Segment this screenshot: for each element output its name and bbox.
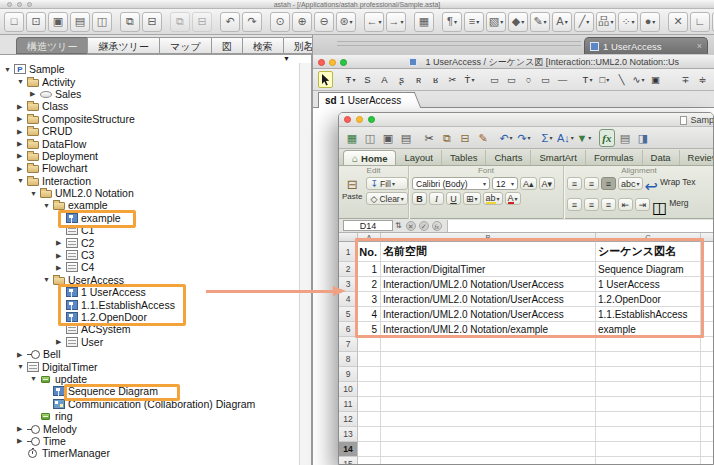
cell-B1[interactable]: 名前空間 (381, 242, 596, 262)
tree-item-dataflow[interactable]: ▶DataFlow (0, 137, 299, 149)
align-middle-button[interactable]: ≡ (584, 177, 599, 190)
fill-color-button[interactable]: ◆▾ (508, 12, 528, 32)
row-header-3[interactable]: 3 (339, 277, 358, 292)
align-top-button[interactable]: ≡ (567, 177, 582, 190)
row-header-11[interactable]: 11 (339, 397, 358, 412)
tree-item-crud[interactable]: ▶CRUD (0, 125, 299, 137)
cell-D3[interactable] (701, 277, 714, 292)
tab-item[interactable]: マップ (159, 37, 211, 54)
cell-C7[interactable] (596, 337, 701, 352)
sort-button[interactable]: A↓▾ (557, 129, 574, 147)
align-right-button[interactable]: ≡ (601, 198, 616, 211)
disclosure-icon[interactable]: ▶ (17, 436, 26, 445)
row-header-2[interactable]: 2 (339, 262, 358, 277)
tab-item[interactable]: 継承ツリー (87, 37, 158, 54)
curve-tool[interactable]: ∿▾ (631, 71, 646, 88)
cell-D8[interactable] (701, 352, 714, 367)
tree-item-example[interactable]: example (0, 212, 299, 224)
line-color-button[interactable]: ✎▾ (530, 12, 550, 32)
cell-D7[interactable] (701, 337, 714, 352)
cell-B3[interactable]: Interaction/UML2.0 Notation/UserAccess (381, 277, 596, 292)
font-color-button[interactable]: A▾ (552, 12, 572, 32)
line-tool[interactable]: — (555, 71, 570, 88)
oval-tool[interactable]: ○ (521, 71, 536, 88)
cell-C8[interactable] (596, 352, 701, 367)
cell-B14[interactable] (381, 442, 596, 457)
tree-sort-dropdown-icon[interactable]: ▼ (283, 55, 290, 63)
row-header-8[interactable]: 8 (339, 352, 358, 367)
row-header-7[interactable]: 7 (339, 337, 358, 352)
tree-item-bell[interactable]: ▶Bell (0, 348, 299, 360)
merge-button[interactable]: Merg (669, 198, 688, 217)
cell-A15[interactable] (358, 457, 381, 465)
paste-button[interactable]: ⊟ (457, 129, 473, 147)
cell-C12[interactable] (596, 412, 701, 427)
tab-item[interactable]: 構造ツリー (16, 37, 87, 54)
insert-function-icon[interactable]: fx (432, 221, 442, 231)
tree-item-1-useraccess[interactable]: 1 UserAccess (0, 286, 299, 298)
editor-close-icon[interactable] (318, 59, 325, 66)
name-box[interactable]: D14 (343, 220, 393, 231)
font-color-button[interactable]: A ▾ (505, 192, 521, 205)
tree-item-sales[interactable]: ▶Sales (0, 88, 299, 100)
ribbon-tab-home[interactable]: ⌂Home (343, 150, 396, 165)
excel-close-icon[interactable] (344, 116, 351, 123)
redo-button[interactable]: ↷ (242, 12, 262, 32)
tree-item-interaction[interactable]: ▼Interaction (0, 175, 299, 187)
cell-C15[interactable] (596, 457, 701, 465)
excel-minimize-icon[interactable] (356, 116, 363, 123)
tree-item-flowchart[interactable]: ▶Flowchart (0, 162, 299, 174)
fill-button[interactable]: ↧ Fill ▾ (366, 177, 407, 190)
ribbon-tab-review[interactable]: Review (680, 150, 714, 165)
cell-B5[interactable]: Interaction/UML2.0 Notation/UserAccess (381, 307, 596, 322)
cell-A4[interactable]: 3 (358, 292, 381, 307)
cell-C9[interactable] (596, 367, 701, 382)
disclosure-icon[interactable]: ▶ (17, 164, 26, 173)
borders-button[interactable]: ⊞ ▾ (463, 192, 481, 205)
duration-tool[interactable]: Ṫ▾ (462, 71, 477, 88)
tree-item-example[interactable]: ▼example (0, 199, 299, 211)
row-header-9[interactable]: 9 (339, 367, 358, 382)
ribbon-tab-formulas[interactable]: Formulas (586, 150, 643, 165)
cell-B12[interactable] (381, 412, 596, 427)
disclosure-icon[interactable]: ▼ (17, 77, 26, 86)
disclosure-icon[interactable]: ▼ (17, 362, 26, 371)
diagram-tab[interactable]: 1 UserAccess × (584, 37, 708, 54)
cell-D11[interactable] (701, 397, 714, 412)
disclosure-icon[interactable]: ▶ (17, 127, 26, 136)
disclosure-icon[interactable]: ▼ (17, 176, 26, 185)
cell-C4[interactable]: 1.2.OpenDoor (596, 292, 701, 307)
cell-D10[interactable] (701, 382, 714, 397)
cell-A3[interactable]: 2 (358, 277, 381, 292)
row-header-10[interactable]: 10 (339, 382, 358, 397)
tab-item[interactable]: 検索 (242, 37, 283, 54)
cell-D4[interactable] (701, 292, 714, 307)
tree-item-1-2-opendoor[interactable]: 1.2.OpenDoor (0, 311, 299, 323)
cell-D6[interactable] (701, 322, 714, 337)
tree-item-compositestructure[interactable]: ▶CompositeStructure (0, 113, 299, 125)
destroy-message-tool[interactable]: ʁ (428, 71, 443, 88)
layout-button[interactable]: ⁘▾ (618, 12, 638, 32)
disclosure-icon[interactable]: ▶ (17, 102, 26, 111)
font-family-select[interactable]: Calibri (Body) ▾ (412, 177, 490, 190)
ribbon-tab-data[interactable]: Data (643, 150, 680, 165)
fill-color-button[interactable]: ab ▾ (483, 192, 503, 205)
text-format-button[interactable]: ¶▾ (442, 12, 462, 32)
copy-button[interactable]: ⧉ (439, 129, 455, 147)
close-tab-icon[interactable]: × (697, 42, 702, 51)
copy-button[interactable]: ⧉ (120, 12, 140, 32)
confirm-entry-icon[interactable]: ✓ (419, 221, 429, 231)
tree-item-timermanager[interactable]: TimerManager (0, 447, 299, 459)
copy-style-button[interactable]: ⧉ (170, 12, 190, 32)
align-button[interactable]: ≡▾ (464, 12, 484, 32)
ribbon-tab-charts[interactable]: Charts (486, 150, 531, 165)
disclosure-icon[interactable]: ▼ (30, 374, 39, 383)
cell-A5[interactable]: 4 (358, 307, 381, 322)
text-tool[interactable]: T▾ (580, 71, 595, 88)
cell-B15[interactable] (381, 457, 596, 465)
cancel-entry-icon[interactable]: ✕ (406, 221, 416, 231)
cell-A6[interactable]: 5 (358, 322, 381, 337)
tree-item-class[interactable]: ▶Class (0, 100, 299, 112)
zoom-in-button[interactable]: ⊕ (292, 12, 312, 32)
interaction-use-tool[interactable]: ▭ (504, 71, 519, 88)
